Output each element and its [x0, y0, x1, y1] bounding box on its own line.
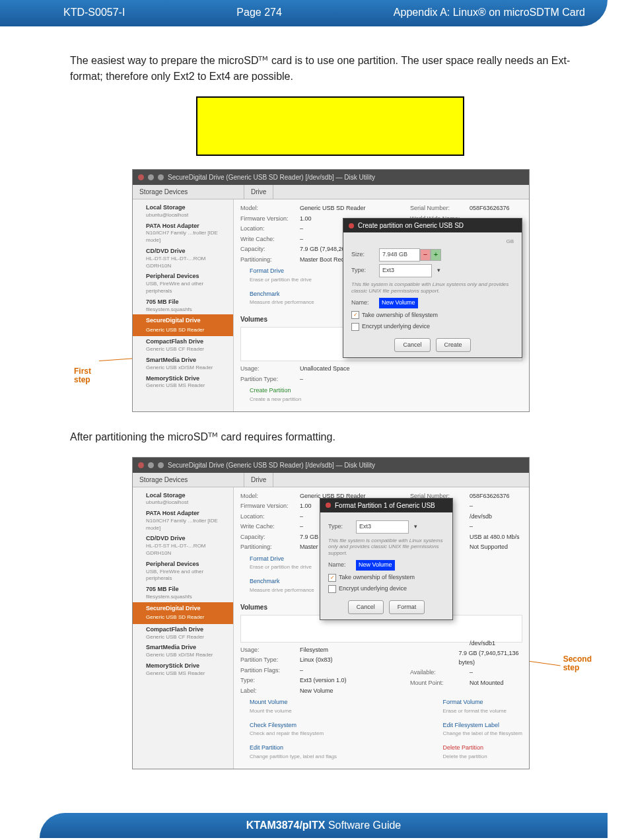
dialog-titlebar: Format Partition 1 of Generic USB: [320, 499, 452, 512]
sidebar-item[interactable]: 705 MB Filefilesystem.squashfs: [133, 297, 233, 315]
plus-icon[interactable]: +: [431, 249, 441, 261]
sidebar-item[interactable]: PATA Host AdapterN10/ICH7 Family …trolle…: [133, 221, 233, 246]
type-select[interactable]: Ext3: [379, 264, 432, 277]
first-step-label: First step: [74, 367, 91, 384]
format-button[interactable]: Format: [389, 600, 425, 615]
drive-pane: Model:Generic USB SD Reader Firmware Ver…: [234, 487, 529, 769]
mount-volume-action[interactable]: Mount VolumeMount the volume: [240, 696, 337, 719]
dialog-close-icon[interactable]: [326, 503, 331, 508]
close-icon[interactable]: [138, 174, 144, 180]
sidebar-item[interactable]: CD/DVD DriveHL-DT-ST HL-DT-…ROM GDRH10N: [133, 533, 233, 558]
cancel-button[interactable]: Cancel: [348, 600, 384, 615]
paragraph-2: After partitioning the microSDᵀᴹ card re…: [70, 429, 590, 445]
close-icon[interactable]: [138, 462, 144, 468]
page-footer: KTAM3874/pITX Software Guide: [40, 813, 608, 838]
sidebar-item[interactable]: Local Storageubuntu@localhost: [133, 202, 233, 221]
storage-devices-sidebar: Local Storageubuntu@localhostPATA Host A…: [133, 199, 234, 411]
page-number: Page 274: [236, 7, 282, 18]
name-input[interactable]: New Volume: [356, 560, 395, 571]
drive-pane: Model:Generic USB SD Reader Firmware Ver…: [234, 199, 529, 411]
max-icon[interactable]: [158, 462, 164, 468]
tab-drive: Drive: [244, 473, 273, 487]
fs-hint: This file system is compatible with Linu…: [328, 538, 444, 557]
sidebar-item[interactable]: CompactFlash DriveGeneric USB CF Reader: [133, 336, 233, 355]
sidebar-item[interactable]: CD/DVD DriveHL-DT-ST HL-DT-…ROM GDRH10N: [133, 246, 233, 271]
window-titlebar: SecureDigital Drive (Generic USB SD Read…: [133, 170, 529, 185]
sidebar-item[interactable]: MemoryStick DriveGeneric USB MS Reader: [133, 373, 233, 392]
edit-partition-action[interactable]: Edit PartitionChange partition type, lab…: [240, 742, 337, 765]
fs-hint: This file system is compatible with Linu…: [351, 281, 514, 294]
take-ownership-checkbox[interactable]: ✓Take ownership of filesystem: [328, 573, 444, 582]
tab-drive: Drive: [244, 185, 273, 199]
sidebar-item[interactable]: Local Storageubuntu@localhost: [133, 490, 233, 508]
create-button[interactable]: Create: [436, 338, 471, 353]
storage-devices-sidebar: Local Storageubuntu@localhostPATA Host A…: [133, 487, 234, 769]
second-step-label: Second step: [563, 655, 592, 672]
sidebar-item[interactable]: PATA Host AdapterN10/ICH7 Family …trolle…: [133, 508, 233, 533]
name-input[interactable]: New Volume: [379, 298, 418, 308]
page-header: KTD-S0057-I Page 274 Appendix A: Linux® …: [0, 0, 608, 26]
check-filesystem-action[interactable]: Check FilesystemCheck and repair the fil…: [240, 719, 337, 742]
tab-storage-devices: Storage Devices: [133, 185, 244, 199]
delete-partition-action[interactable]: Delete PartitionDelete the partition: [433, 742, 522, 765]
paragraph-1: The easiest way to prepare the microSDᵀᴹ…: [70, 53, 590, 85]
max-icon[interactable]: [158, 174, 164, 180]
sidebar-item[interactable]: Peripheral DevicesUSB, FireWire and othe…: [133, 271, 233, 296]
window-titlebar: SecureDigital Drive (Generic USB SD Read…: [133, 458, 529, 473]
screenshot-1: SecureDigital Drive (Generic USB SD Read…: [132, 169, 530, 412]
chevron-down-icon[interactable]: ▾: [437, 266, 440, 275]
sidebar-item[interactable]: SmartMedia DriveGeneric USB xD/SM Reader: [133, 642, 233, 660]
format-partition-dialog: Format Partition 1 of Generic USB Type: …: [320, 498, 453, 621]
edit-label-action[interactable]: Edit Filesystem LabelChange the label of…: [433, 719, 522, 742]
sidebar-item[interactable]: CompactFlash DriveGeneric USB CF Reader: [133, 624, 233, 643]
yellow-placeholder: [196, 96, 464, 156]
sidebar-item[interactable]: SmartMedia DriveGeneric USB xD/SM Reader: [133, 355, 233, 373]
sidebar-item[interactable]: SecureDigital DriveGeneric USB SD Reader: [133, 602, 233, 624]
sidebar-item[interactable]: Peripheral DevicesUSB, FireWire and othe…: [133, 559, 233, 584]
tab-row: Storage Devices Drive: [133, 473, 529, 487]
take-ownership-checkbox[interactable]: ✓Take ownership of filesystem: [351, 311, 514, 320]
doc-id: KTD-S0057-I: [63, 7, 125, 18]
create-partition-dialog: Create partition on Generic USB SD GB Si…: [343, 218, 522, 358]
encrypt-checkbox[interactable]: Encrypt underlying device: [328, 584, 444, 594]
sidebar-item[interactable]: MemoryStick DriveGeneric USB MS Reader: [133, 660, 233, 679]
format-volume-action[interactable]: Format VolumeErase or format the volume: [433, 696, 522, 719]
create-partition-action[interactable]: Create PartitionCreate a new partition: [240, 384, 522, 407]
encrypt-checkbox[interactable]: Encrypt underlying device: [351, 322, 514, 332]
dialog-close-icon[interactable]: [349, 223, 354, 228]
minus-icon[interactable]: −: [420, 249, 431, 261]
dialog-titlebar: Create partition on Generic USB SD: [343, 219, 522, 232]
min-icon[interactable]: [148, 174, 154, 180]
tab-storage-devices: Storage Devices: [133, 473, 244, 487]
chevron-down-icon[interactable]: ▾: [414, 522, 417, 532]
min-icon[interactable]: [148, 462, 154, 468]
sidebar-item[interactable]: 705 MB Filefilesystem.squashfs: [133, 584, 233, 602]
tab-row: Storage Devices Drive: [133, 185, 529, 199]
type-select[interactable]: Ext3: [356, 520, 409, 534]
cancel-button[interactable]: Cancel: [394, 338, 430, 353]
screenshot-2: SecureDigital Drive (Generic USB SD Read…: [132, 457, 530, 769]
sidebar-item[interactable]: SecureDigital DriveGeneric USB SD Reader: [133, 314, 233, 336]
size-spinner[interactable]: 7.948 GB − +: [379, 248, 441, 262]
appendix-title: Appendix A: Linux® on microSDTM Card: [394, 7, 585, 18]
